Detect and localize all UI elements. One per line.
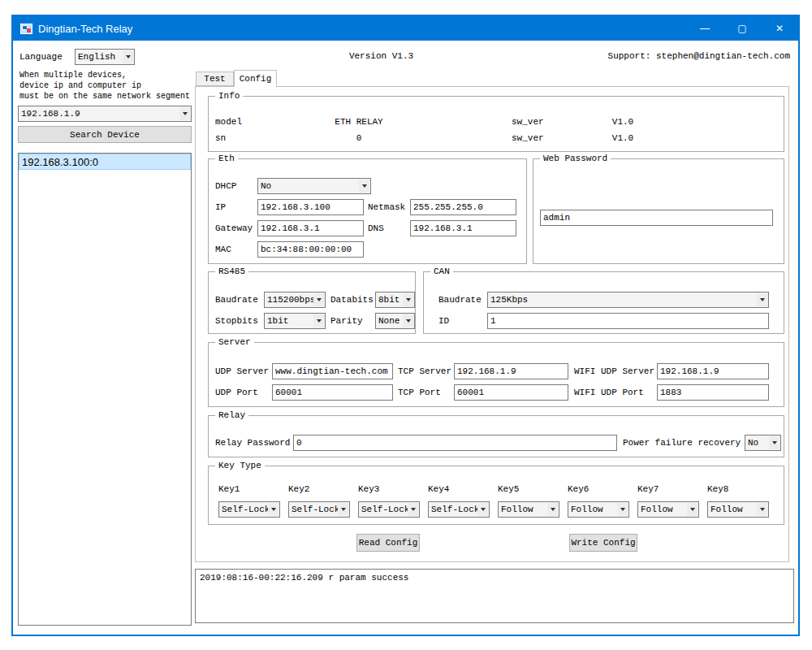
log-output[interactable]: 2019:08:16-00:22:16.209 r param success <box>195 569 794 623</box>
key1-value: Self-Lock <box>222 504 270 515</box>
window-controls: — ▢ ✕ <box>686 16 798 41</box>
key6-select[interactable]: Follow <box>568 501 629 518</box>
key8-label: Key8 <box>707 483 769 495</box>
key8-select[interactable]: Follow <box>707 501 769 518</box>
device-list[interactable]: 192.168.3.100:0 <box>18 153 192 626</box>
info-label: sw_ver <box>512 114 544 130</box>
gateway-input[interactable] <box>257 220 364 236</box>
app-window: Dingtian-Tech Relay — ▢ ✕ Language Engli… <box>11 15 800 636</box>
window-body: Language English Version V1.3 Support: s… <box>13 41 798 635</box>
network-note-line: device ip and computer ip <box>19 80 190 91</box>
ip-input[interactable] <box>257 199 364 215</box>
minimize-button[interactable]: — <box>686 16 723 41</box>
parity-value: None <box>378 316 400 326</box>
chevron-down-icon <box>403 293 413 306</box>
chevron-down-icon <box>547 503 558 516</box>
info-value: 0 <box>286 130 432 146</box>
netmask-label: Netmask <box>368 199 405 215</box>
rs485-baudrate-select[interactable]: 115200bps <box>264 292 326 308</box>
udp-port-input[interactable] <box>272 384 393 401</box>
rs485-baudrate-value: 115200bps <box>267 295 315 305</box>
tab-config[interactable]: Config <box>234 70 277 87</box>
databits-select[interactable]: 8bit <box>375 292 415 308</box>
key5-select[interactable]: Follow <box>498 501 559 518</box>
key5-value: Follow <box>501 504 533 515</box>
host-ip-select[interactable]: 192.168.1.9 <box>18 106 192 122</box>
udp-server-label: UDP Server <box>215 363 269 379</box>
tcp-port-input[interactable] <box>454 384 568 401</box>
key2-select[interactable]: Self-Lock <box>288 501 350 518</box>
device-list-item[interactable]: 192.168.3.100:0 <box>19 154 191 170</box>
minimize-icon: — <box>700 23 710 34</box>
write-config-button[interactable]: Write Config <box>569 534 637 552</box>
support-label: Support: stephen@dingtian-tech.com <box>608 51 790 61</box>
network-note-line: must be on the same network segment <box>19 91 190 102</box>
ip-label: IP <box>215 199 226 215</box>
chevron-down-icon <box>757 293 767 306</box>
window-title: Dingtian-Tech Relay <box>38 23 132 35</box>
key-labels-row: Key1 Key2 Key3 Key4 Key5 Key6 Key7 Key8 <box>218 483 769 495</box>
stopbits-select[interactable]: 1bit <box>264 313 326 329</box>
key2-label: Key2 <box>288 483 350 495</box>
maximize-button[interactable]: ▢ <box>723 16 761 41</box>
tab-test[interactable]: Test <box>196 72 234 86</box>
can-id-input[interactable] <box>487 313 769 329</box>
mac-input[interactable] <box>257 241 364 258</box>
info-value: V1.0 <box>574 130 672 146</box>
gateway-label: Gateway <box>215 220 253 236</box>
app-icon <box>20 24 32 34</box>
relay-group-title: Relay <box>215 410 248 422</box>
info-row: sn 0 sw_ver V1.0 <box>209 130 784 146</box>
chevron-down-icon <box>477 503 488 516</box>
key5-label: Key5 <box>498 483 559 495</box>
read-config-button[interactable]: Read Config <box>356 534 420 552</box>
chevron-down-icon <box>617 503 628 516</box>
info-group: Info model ETH RELAY sw_ver V1.0 sn 0 sw… <box>208 96 784 152</box>
relay-password-label: Relay Password <box>215 435 290 451</box>
wifi-udp-server-input[interactable] <box>657 363 769 379</box>
dhcp-value: No <box>261 181 271 191</box>
can-baudrate-select[interactable]: 125Kbps <box>487 292 769 308</box>
key6-label: Key6 <box>568 483 629 495</box>
key4-label: Key4 <box>428 483 490 495</box>
network-note: When multiple devices, device ip and com… <box>19 70 190 102</box>
chevron-down-icon <box>338 503 348 516</box>
can-baudrate-label: Baudrate <box>438 292 482 308</box>
tcp-port-label: TCP Port <box>398 384 441 401</box>
key4-value: Self-Lock <box>431 504 479 515</box>
search-device-button[interactable]: Search Device <box>18 126 192 143</box>
info-value: ETH RELAY <box>286 114 432 130</box>
tcp-server-input[interactable] <box>454 363 568 379</box>
udp-port-label: UDP Port <box>215 384 258 401</box>
dhcp-select[interactable]: No <box>257 178 371 194</box>
udp-server-input[interactable] <box>272 363 393 379</box>
key4-select[interactable]: Self-Lock <box>428 501 490 518</box>
netmask-input[interactable] <box>410 199 516 215</box>
chevron-down-icon <box>769 436 780 449</box>
power-failure-recovery-select[interactable]: No <box>745 435 781 451</box>
key7-select[interactable]: Follow <box>637 501 699 518</box>
key1-label: Key1 <box>218 483 280 495</box>
info-value: V1.0 <box>574 114 672 130</box>
wifi-udp-port-input[interactable] <box>657 384 769 401</box>
key-type-group-title: Key Type <box>215 460 265 472</box>
key3-select[interactable]: Self-Lock <box>358 501 420 518</box>
power-failure-recovery-label: Power failure recovery <box>623 435 741 451</box>
relay-password-input[interactable] <box>293 435 617 451</box>
info-label: sn <box>215 130 226 146</box>
parity-select[interactable]: None <box>375 313 415 329</box>
dns-label: DNS <box>368 220 384 236</box>
key1-select[interactable]: Self-Lock <box>218 501 280 518</box>
info-label: sw_ver <box>512 130 544 146</box>
web-password-input[interactable] <box>540 210 773 226</box>
relay-group: Relay Relay Password Power failure recov… <box>208 415 784 457</box>
wifi-udp-port-label: WIFI UDP Port <box>574 384 644 401</box>
dns-input[interactable] <box>410 220 516 236</box>
tcp-server-label: TCP Server <box>398 363 451 379</box>
wifi-udp-server-label: WIFI UDP Server <box>574 363 654 379</box>
rs485-group-title: RS485 <box>215 266 248 278</box>
server-group: Server UDP Server TCP Server WIFI UDP Se… <box>208 342 784 407</box>
chevron-down-icon <box>359 180 369 193</box>
close-button[interactable]: ✕ <box>761 16 798 41</box>
key-type-group: Key Type Key1 Key2 Key3 Key4 Key5 Key6 K… <box>208 466 784 525</box>
